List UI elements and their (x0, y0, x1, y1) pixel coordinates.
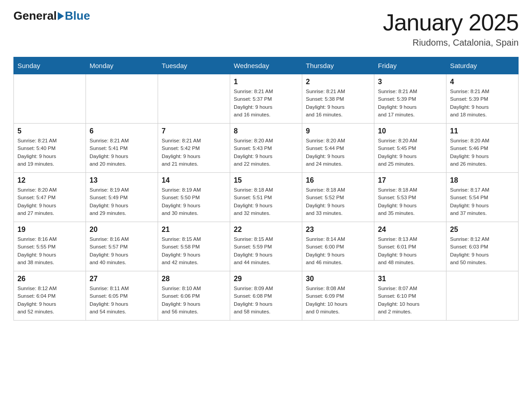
day-cell: 7Sunrise: 8:21 AM Sunset: 5:42 PM Daylig… (158, 124, 230, 173)
logo-blue-text: Blue (65, 9, 90, 23)
day-cell: 30Sunrise: 8:08 AM Sunset: 6:09 PM Dayli… (302, 271, 374, 321)
header-cell-sunday: Sunday (14, 57, 86, 74)
day-info: Sunrise: 8:20 AM Sunset: 5:44 PM Dayligh… (306, 137, 370, 168)
day-info: Sunrise: 8:15 AM Sunset: 5:58 PM Dayligh… (162, 235, 226, 266)
day-number: 17 (378, 176, 442, 184)
calendar-subtitle: Riudoms, Catalonia, Spain (383, 38, 519, 48)
day-number: 11 (450, 127, 515, 135)
day-info: Sunrise: 8:19 AM Sunset: 5:49 PM Dayligh… (90, 186, 154, 217)
calendar-header: SundayMondayTuesdayWednesdayThursdayFrid… (14, 57, 519, 74)
day-number: 31 (378, 275, 442, 283)
header-cell-tuesday: Tuesday (158, 57, 230, 74)
day-cell (14, 74, 86, 124)
week-row-2: 12Sunrise: 8:20 AM Sunset: 5:47 PM Dayli… (14, 173, 519, 222)
day-number: 9 (306, 127, 370, 135)
day-cell: 22Sunrise: 8:15 AM Sunset: 5:59 PM Dayli… (230, 222, 302, 271)
day-number: 21 (162, 226, 226, 234)
header-cell-wednesday: Wednesday (230, 57, 302, 74)
day-number: 29 (234, 275, 298, 283)
day-number: 19 (17, 226, 82, 234)
week-row-3: 19Sunrise: 8:16 AM Sunset: 5:55 PM Dayli… (14, 222, 519, 271)
day-cell: 20Sunrise: 8:16 AM Sunset: 5:57 PM Dayli… (86, 222, 158, 271)
day-number: 16 (306, 176, 370, 184)
day-number: 24 (378, 226, 442, 234)
day-info: Sunrise: 8:18 AM Sunset: 5:53 PM Dayligh… (378, 186, 442, 217)
day-cell: 11Sunrise: 8:20 AM Sunset: 5:46 PM Dayli… (446, 124, 519, 173)
day-cell: 29Sunrise: 8:09 AM Sunset: 6:08 PM Dayli… (230, 271, 302, 321)
day-cell: 21Sunrise: 8:15 AM Sunset: 5:58 PM Dayli… (158, 222, 230, 271)
day-cell: 5Sunrise: 8:21 AM Sunset: 5:40 PM Daylig… (14, 124, 86, 173)
header-cell-monday: Monday (86, 57, 158, 74)
day-info: Sunrise: 8:18 AM Sunset: 5:51 PM Dayligh… (234, 186, 298, 217)
day-cell: 13Sunrise: 8:19 AM Sunset: 5:49 PM Dayli… (86, 173, 158, 222)
day-cell: 2Sunrise: 8:21 AM Sunset: 5:38 PM Daylig… (302, 74, 374, 124)
day-cell: 8Sunrise: 8:20 AM Sunset: 5:43 PM Daylig… (230, 124, 302, 173)
day-info: Sunrise: 8:15 AM Sunset: 5:59 PM Dayligh… (234, 235, 298, 266)
day-info: Sunrise: 8:21 AM Sunset: 5:37 PM Dayligh… (234, 88, 298, 119)
day-cell: 23Sunrise: 8:14 AM Sunset: 6:00 PM Dayli… (302, 222, 374, 271)
day-cell (446, 271, 519, 321)
day-cell (86, 74, 158, 124)
day-number: 20 (90, 226, 154, 234)
day-info: Sunrise: 8:20 AM Sunset: 5:46 PM Dayligh… (450, 137, 515, 168)
day-cell: 6Sunrise: 8:21 AM Sunset: 5:41 PM Daylig… (86, 124, 158, 173)
header-cell-saturday: Saturday (446, 57, 519, 74)
day-number: 7 (162, 127, 226, 135)
day-number: 6 (90, 127, 154, 135)
day-info: Sunrise: 8:20 AM Sunset: 5:43 PM Dayligh… (234, 137, 298, 168)
week-row-0: 1Sunrise: 8:21 AM Sunset: 5:37 PM Daylig… (14, 74, 519, 124)
day-info: Sunrise: 8:20 AM Sunset: 5:47 PM Dayligh… (17, 186, 82, 217)
day-info: Sunrise: 8:10 AM Sunset: 6:06 PM Dayligh… (162, 285, 226, 316)
day-cell: 3Sunrise: 8:21 AM Sunset: 5:39 PM Daylig… (374, 74, 446, 124)
calendar-body: 1Sunrise: 8:21 AM Sunset: 5:37 PM Daylig… (14, 74, 519, 321)
day-cell: 9Sunrise: 8:20 AM Sunset: 5:44 PM Daylig… (302, 124, 374, 173)
week-row-1: 5Sunrise: 8:21 AM Sunset: 5:40 PM Daylig… (14, 124, 519, 173)
day-cell: 28Sunrise: 8:10 AM Sunset: 6:06 PM Dayli… (158, 271, 230, 321)
day-number: 4 (450, 78, 515, 86)
day-number: 23 (306, 226, 370, 234)
calendar-title: January 2025 (383, 9, 519, 36)
day-cell: 10Sunrise: 8:20 AM Sunset: 5:45 PM Dayli… (374, 124, 446, 173)
day-info: Sunrise: 8:09 AM Sunset: 6:08 PM Dayligh… (234, 285, 298, 316)
day-info: Sunrise: 8:21 AM Sunset: 5:39 PM Dayligh… (450, 88, 515, 119)
week-row-4: 26Sunrise: 8:12 AM Sunset: 6:04 PM Dayli… (14, 271, 519, 321)
page-header: General Blue January 2025 Riudoms, Catal… (13, 9, 519, 48)
day-info: Sunrise: 8:11 AM Sunset: 6:05 PM Dayligh… (90, 285, 154, 316)
day-number: 22 (234, 226, 298, 234)
day-number: 10 (378, 127, 442, 135)
day-number: 25 (450, 226, 515, 234)
day-info: Sunrise: 8:21 AM Sunset: 5:41 PM Dayligh… (90, 137, 154, 168)
day-info: Sunrise: 8:12 AM Sunset: 6:04 PM Dayligh… (17, 285, 82, 316)
day-cell: 1Sunrise: 8:21 AM Sunset: 5:37 PM Daylig… (230, 74, 302, 124)
day-info: Sunrise: 8:18 AM Sunset: 5:52 PM Dayligh… (306, 186, 370, 217)
day-info: Sunrise: 8:21 AM Sunset: 5:42 PM Dayligh… (162, 137, 226, 168)
day-cell: 26Sunrise: 8:12 AM Sunset: 6:04 PM Dayli… (14, 271, 86, 321)
day-info: Sunrise: 8:12 AM Sunset: 6:03 PM Dayligh… (450, 235, 515, 266)
day-number: 26 (17, 275, 82, 283)
day-number: 8 (234, 127, 298, 135)
day-cell: 16Sunrise: 8:18 AM Sunset: 5:52 PM Dayli… (302, 173, 374, 222)
day-cell: 17Sunrise: 8:18 AM Sunset: 5:53 PM Dayli… (374, 173, 446, 222)
day-info: Sunrise: 8:16 AM Sunset: 5:57 PM Dayligh… (90, 235, 154, 266)
day-cell: 24Sunrise: 8:13 AM Sunset: 6:01 PM Dayli… (374, 222, 446, 271)
title-block: January 2025 Riudoms, Catalonia, Spain (383, 9, 519, 48)
day-number: 28 (162, 275, 226, 283)
day-cell: 31Sunrise: 8:07 AM Sunset: 6:10 PM Dayli… (374, 271, 446, 321)
logo: General Blue (13, 9, 90, 23)
day-info: Sunrise: 8:21 AM Sunset: 5:38 PM Dayligh… (306, 88, 370, 119)
day-number: 2 (306, 78, 370, 86)
day-info: Sunrise: 8:08 AM Sunset: 6:09 PM Dayligh… (306, 285, 370, 316)
header-row: SundayMondayTuesdayWednesdayThursdayFrid… (14, 57, 519, 74)
day-number: 3 (378, 78, 442, 86)
header-cell-friday: Friday (374, 57, 446, 74)
day-cell: 25Sunrise: 8:12 AM Sunset: 6:03 PM Dayli… (446, 222, 519, 271)
day-cell: 19Sunrise: 8:16 AM Sunset: 5:55 PM Dayli… (14, 222, 86, 271)
day-info: Sunrise: 8:14 AM Sunset: 6:00 PM Dayligh… (306, 235, 370, 266)
day-cell: 4Sunrise: 8:21 AM Sunset: 5:39 PM Daylig… (446, 74, 519, 124)
header-cell-thursday: Thursday (302, 57, 374, 74)
day-number: 13 (90, 176, 154, 184)
day-number: 14 (162, 176, 226, 184)
day-cell (158, 74, 230, 124)
day-number: 27 (90, 275, 154, 283)
day-info: Sunrise: 8:19 AM Sunset: 5:50 PM Dayligh… (162, 186, 226, 217)
